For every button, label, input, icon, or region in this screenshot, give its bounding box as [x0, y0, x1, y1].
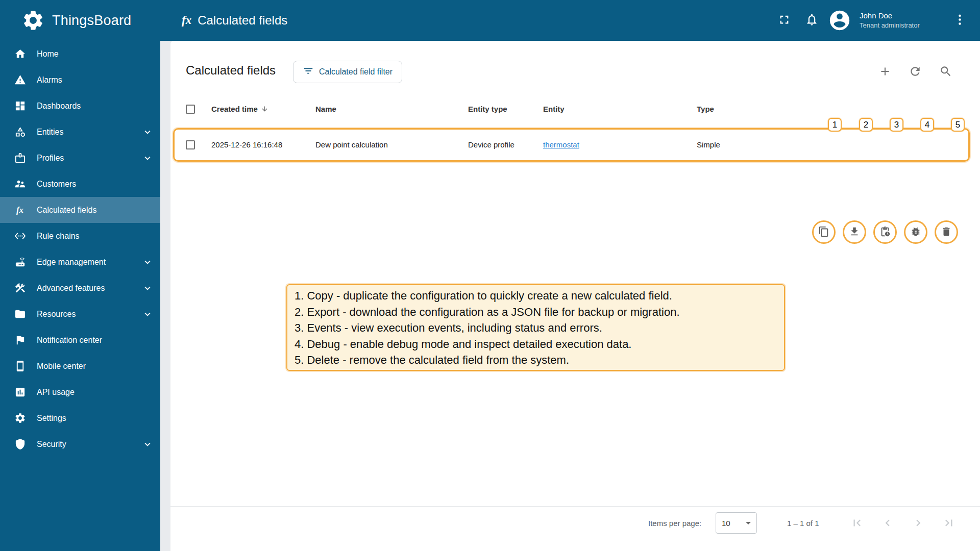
user-name: John Doe	[860, 11, 940, 21]
sidebar-item-advanced-features[interactable]: Advanced features	[0, 275, 160, 301]
chevron-down-icon	[142, 309, 153, 320]
sidebar-item-calculated-fields[interactable]: fx Calculated fields	[0, 197, 160, 223]
sidebar-item-customers[interactable]: Customers	[0, 171, 160, 197]
items-per-page-select[interactable]: 10	[716, 512, 757, 534]
sidebar-item-label: Calculated fields	[37, 206, 96, 215]
annotation-line: 1. Copy - duplicate the configuration to…	[295, 288, 777, 304]
sidebar-item-home[interactable]: Home	[0, 41, 160, 67]
sidebar-item-label: Entities	[37, 128, 63, 137]
sidebar-item-label: Edge management	[37, 258, 106, 267]
sidebar-item-label: Alarms	[37, 76, 62, 85]
first-page-icon	[850, 516, 864, 531]
header-actions: John Doe Tenant administrator	[773, 0, 971, 41]
filter-button-label: Calculated field filter	[319, 67, 393, 77]
row-checkbox[interactable]	[186, 140, 195, 149]
sidebar-item-label: Security	[37, 440, 66, 449]
refresh-button[interactable]	[903, 60, 927, 84]
fx-icon: fx	[14, 204, 26, 216]
export-button[interactable]	[843, 220, 866, 244]
chevron-down-icon	[142, 439, 153, 450]
items-per-page-label: Items per page:	[648, 507, 701, 540]
previous-page-button[interactable]	[875, 511, 900, 536]
search-icon	[939, 65, 952, 80]
more-menu-button[interactable]	[948, 9, 971, 32]
sidebar-item-profiles[interactable]: Profiles	[0, 145, 160, 171]
select-all-checkbox[interactable]	[186, 105, 195, 114]
add-calculated-field-button[interactable]	[873, 60, 897, 84]
badge-icon	[14, 152, 26, 164]
content-title: Calculated fields	[186, 63, 276, 78]
warning-triangle-icon	[14, 74, 26, 86]
annotation-legend: 1. Copy - duplicate the configuration to…	[286, 284, 785, 371]
filter-icon	[303, 65, 314, 79]
annotation-line: 3. Events - view execution events, inclu…	[295, 320, 777, 336]
column-header-name[interactable]: Name	[315, 96, 336, 122]
sidebar-item-settings[interactable]: Settings	[0, 405, 160, 431]
column-header-type[interactable]: Type	[697, 96, 714, 122]
debug-button[interactable]	[904, 220, 927, 244]
search-button[interactable]	[934, 60, 958, 84]
column-header-created-time[interactable]: Created time	[211, 96, 268, 123]
notifications-button[interactable]	[800, 9, 823, 32]
category-icon	[14, 126, 26, 138]
sidebar-item-label: Rule chains	[37, 232, 80, 241]
column-header-entity-type[interactable]: Entity type	[468, 96, 507, 122]
cell-entity-type: Device profile	[468, 128, 514, 162]
bell-icon	[805, 13, 819, 28]
first-page-button[interactable]	[845, 511, 869, 536]
chevron-down-icon	[142, 283, 153, 294]
home-icon	[14, 48, 26, 60]
cell-name: Dew point calculation	[315, 128, 388, 162]
user-info[interactable]: John Doe Tenant administrator	[860, 11, 940, 30]
last-page-button[interactable]	[937, 511, 961, 536]
sidebar-item-label: Dashboards	[37, 102, 81, 111]
page-title-text: Calculated fields	[198, 13, 287, 28]
sidebar-item-rule-chains[interactable]: Rule chains	[0, 223, 160, 249]
rule-chains-icon	[14, 230, 26, 242]
sidebar-item-dashboards[interactable]: Dashboards	[0, 93, 160, 119]
sidebar-item-edge-management[interactable]: Edge management	[0, 249, 160, 275]
chevron-right-icon	[912, 516, 925, 531]
cell-type: Simple	[697, 128, 720, 162]
calculated-fields-card: Calculated fields Calculated field filte…	[170, 41, 980, 551]
sidebar-item-label: Home	[37, 49, 59, 59]
cell-entity-link[interactable]: thermostat	[543, 128, 579, 162]
trash-icon	[941, 226, 952, 239]
user-role: Tenant administrator	[860, 21, 940, 30]
annotation-number-2: 2	[859, 118, 873, 132]
folder-icon	[14, 308, 26, 320]
fullscreen-icon	[777, 13, 791, 28]
user-avatar[interactable]	[828, 9, 851, 32]
sidebar-item-label: Mobile center	[37, 362, 86, 371]
brand-name: ThingsBoard	[52, 13, 131, 29]
sidebar-item-entities[interactable]: Entities	[0, 119, 160, 145]
sidebar-item-security[interactable]: Security	[0, 431, 160, 457]
annotation-line: 5. Delete - remove the calculated field …	[295, 352, 777, 368]
sidebar-item-label: API usage	[37, 388, 75, 397]
delete-button[interactable]	[935, 220, 958, 244]
sidebar-item-api-usage[interactable]: API usage	[0, 379, 160, 405]
sidebar-item-label: Customers	[37, 180, 76, 189]
sidebar-item-notification-center[interactable]: Notification center	[0, 327, 160, 353]
table-row[interactable]: 2025-12-26 16:16:48 Dew point calculatio…	[170, 128, 980, 162]
kebab-icon	[953, 13, 967, 28]
sidebar-item-label: Settings	[37, 414, 66, 423]
next-page-button[interactable]	[906, 511, 930, 536]
select-caret-icon	[746, 522, 751, 524]
brand[interactable]: ThingsBoard	[21, 0, 131, 41]
copy-button[interactable]	[812, 220, 836, 244]
chevron-down-icon	[142, 153, 153, 164]
sidebar-item-mobile-center[interactable]: Mobile center	[0, 353, 160, 379]
sidebar-item-resources[interactable]: Resources	[0, 301, 160, 327]
column-header-entity[interactable]: Entity	[543, 96, 565, 122]
sidebar-item-label: Notification center	[37, 336, 102, 345]
fullscreen-button[interactable]	[773, 9, 795, 32]
last-page-icon	[942, 516, 955, 531]
events-icon	[879, 226, 891, 239]
sidebar: Home Alarms Dashboards Entities Profiles…	[0, 41, 160, 551]
page-title: fx Calculated fields	[182, 0, 287, 41]
sidebar-item-alarms[interactable]: Alarms	[0, 67, 160, 93]
chevron-down-icon	[142, 127, 153, 138]
calculated-field-filter-button[interactable]: Calculated field filter	[293, 61, 402, 83]
events-button[interactable]	[873, 220, 897, 244]
